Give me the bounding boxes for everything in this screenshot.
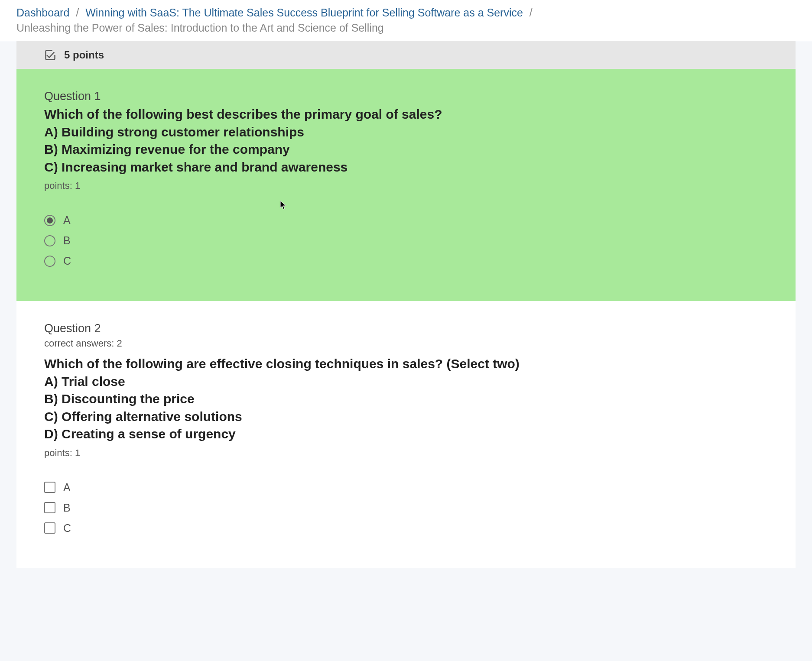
question-body-option: C) Increasing market share and brand awa… (44, 159, 768, 176)
answer-list: A B C (44, 214, 768, 267)
question-points: points: 1 (44, 180, 768, 191)
checkbox-icon (44, 482, 55, 493)
answer-option-b[interactable]: B (44, 234, 768, 247)
answer-option-c[interactable]: C (44, 255, 768, 267)
question-number: Question 1 (44, 90, 768, 103)
breadcrumb-course[interactable]: Winning with SaaS: The Ultimate Sales Su… (85, 6, 523, 19)
question-body-option: A) Trial close (44, 373, 768, 391)
question-points: points: 1 (44, 447, 768, 459)
breadcrumb-separator: / (529, 6, 533, 19)
breadcrumb-dashboard[interactable]: Dashboard (16, 6, 69, 19)
answer-option-b[interactable]: B (44, 502, 768, 514)
answer-label: B (63, 502, 71, 514)
correct-answers-label: correct answers: 2 (44, 338, 768, 349)
checkbox-checked-icon (44, 49, 56, 61)
question-body-option: B) Discounting the price (44, 390, 768, 408)
breadcrumb-current: Unleashing the Power of Sales: Introduct… (16, 22, 384, 34)
breadcrumb: Dashboard / Winning with SaaS: The Ultim… (0, 0, 812, 41)
question-prompt: Which of the following best describes th… (44, 106, 768, 123)
radio-icon (44, 235, 55, 246)
answer-option-c[interactable]: C (44, 522, 768, 535)
checkbox-icon (44, 522, 55, 534)
question-body-option: A) Building strong customer relationship… (44, 123, 768, 141)
answer-label: A (63, 214, 71, 227)
answer-list: A B C (44, 481, 768, 535)
question-body-option: B) Maximizing revenue for the company (44, 141, 768, 159)
radio-icon (44, 256, 55, 267)
points-label: 5 points (64, 49, 104, 61)
question-block-1: Question 1 Which of the following best d… (16, 69, 796, 301)
question-number: Question 2 (44, 322, 768, 335)
cursor-icon (280, 201, 288, 210)
checkbox-icon (44, 502, 55, 513)
question-block-2: Question 2 correct answers: 2 Which of t… (16, 301, 796, 568)
answer-option-a[interactable]: A (44, 481, 768, 494)
radio-icon (44, 215, 55, 226)
answer-label: C (63, 522, 71, 535)
answer-label: B (63, 234, 71, 247)
question-prompt: Which of the following are effective clo… (44, 355, 768, 373)
breadcrumb-separator: / (76, 6, 79, 19)
answer-option-a[interactable]: A (44, 214, 768, 227)
question-body-option: D) Creating a sense of urgency (44, 425, 768, 443)
answer-label: A (63, 481, 71, 494)
question-body-option: C) Offering alternative solutions (44, 408, 768, 426)
points-bar: 5 points (16, 41, 796, 69)
answer-label: C (63, 255, 71, 267)
